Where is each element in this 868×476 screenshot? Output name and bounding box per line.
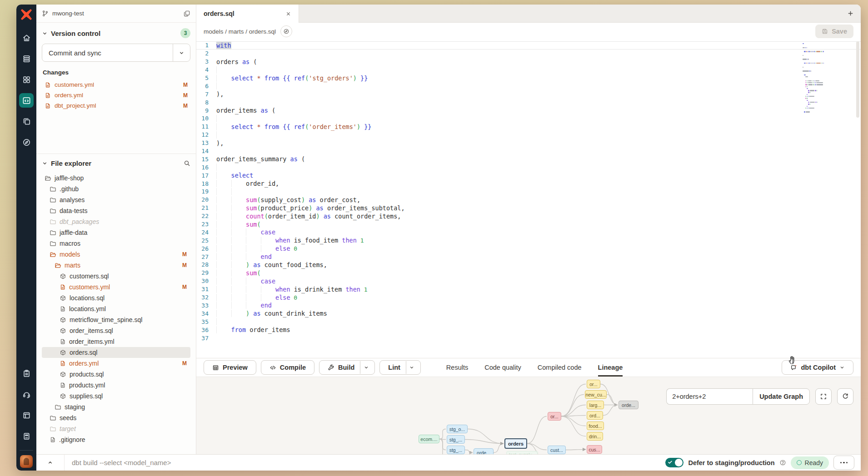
help-icon[interactable]	[779, 459, 786, 466]
code-line-23[interactable]: 23 sum(	[196, 220, 861, 228]
lineage-node-cust[interactable]: cust...	[548, 446, 566, 454]
code-editor[interactable]: 1with23orders as (4 5 select * from {{ r…	[196, 40, 861, 358]
code-line-31[interactable]: 31 when is_drink_item then 1	[196, 285, 861, 293]
tasks-clipboard-icon[interactable]	[19, 366, 34, 381]
code-line-19[interactable]: 19	[196, 188, 861, 196]
file-tree-item-orders-yml[interactable]: orders.ymlM	[42, 358, 190, 369]
file-tree-item-models[interactable]: modelsM	[42, 249, 190, 260]
file-tree-item-orders-sql[interactable]: orders.sql	[42, 347, 190, 358]
support-headset-icon[interactable]	[19, 387, 34, 402]
file-tree-item-jaffle-shop[interactable]: jaffle-shop	[42, 173, 190, 183]
code-line-17[interactable]: 17 select	[196, 171, 861, 179]
file-tree-item-order-items-yml[interactable]: order_items.yml	[42, 336, 190, 347]
code-line-32[interactable]: 32 else 0	[196, 293, 861, 302]
code-line-36[interactable]: 36 from order_items	[196, 326, 861, 334]
code-line-20[interactable]: 20 sum(supply_cost) as order_cost,	[196, 196, 861, 204]
code-line-2[interactable]: 2	[196, 50, 861, 58]
file-tree-item-staging[interactable]: staging	[42, 402, 190, 412]
lineage-node-gray[interactable]: orde...	[619, 401, 639, 409]
ide-panel-icon[interactable]	[19, 429, 34, 443]
code-line-10[interactable]: 10	[196, 114, 861, 123]
code-line-1[interactable]: 1with	[196, 41, 861, 50]
changed-file-row[interactable]: dbt_project.ymlM	[42, 100, 190, 111]
lineage-node-orders[interactable]: orders	[504, 438, 527, 449]
lineage-node-orpink[interactable]: or...	[548, 412, 561, 421]
file-tree-item-customers-yml[interactable]: customers.ymlM	[42, 282, 190, 293]
code-line-24[interactable]: 24 case	[196, 228, 861, 236]
lineage-node-stg2[interactable]: stg_...	[447, 435, 465, 444]
docs-browser-icon[interactable]	[19, 408, 34, 422]
code-line-25[interactable]: 25 when is_food_item then 1	[196, 236, 861, 244]
code-line-9[interactable]: 9order_items as (	[196, 106, 861, 114]
commit-options-chevron[interactable]	[173, 44, 190, 61]
code-line-11[interactable]: 11 select * from {{ ref('order_items') }…	[196, 123, 861, 131]
lineage-node-ecom[interactable]: ecom....	[419, 435, 439, 443]
code-line-35[interactable]: 35	[196, 317, 861, 326]
lineage-node-stg1[interactable]: stg_o...	[447, 425, 468, 433]
lineage-node-y5[interactable]: food...	[587, 421, 604, 430]
file-tree-item-jaffle-data[interactable]: jaffle-data	[42, 227, 190, 238]
fullscreen-icon[interactable]	[815, 388, 832, 405]
code-line-14[interactable]: 14	[196, 147, 861, 155]
lint-button[interactable]: Lint	[379, 360, 421, 375]
dbt-logo-icon[interactable]	[20, 8, 33, 21]
lineage-node-stg3[interactable]: stg_...	[447, 446, 465, 454]
code-line-28[interactable]: 28 ) as count_food_items,	[196, 261, 861, 269]
code-line-37[interactable]: 37	[196, 334, 861, 342]
code-line-33[interactable]: 33 end	[196, 302, 861, 310]
code-line-18[interactable]: 18 order_id,	[196, 179, 861, 188]
file-tree-item--github[interactable]: .github	[42, 183, 190, 194]
code-line-3[interactable]: 3orders as (	[196, 58, 861, 66]
expand-command-bar-chevron[interactable]	[36, 455, 65, 471]
file-tree-item-data-tests[interactable]: data-tests	[42, 205, 190, 216]
code-line-30[interactable]: 30 case	[196, 277, 861, 285]
code-line-27[interactable]: 27 end	[196, 253, 861, 261]
orchestration-windows-icon[interactable]	[19, 114, 34, 129]
tab-results[interactable]: Results	[446, 358, 468, 377]
file-tree-item-products-sql[interactable]: products.sql	[42, 369, 190, 380]
tab-code-quality[interactable]: Code quality	[484, 358, 521, 377]
code-line-8[interactable]: 8	[196, 98, 861, 106]
build-dropdown-chevron[interactable]	[360, 361, 372, 374]
file-tree-item-macros[interactable]: macros	[42, 238, 190, 249]
grid-apps-icon[interactable]	[19, 72, 34, 87]
status-badge[interactable]: Ready	[791, 456, 829, 469]
build-button[interactable]: Build	[319, 360, 375, 375]
dbt-copilot-button[interactable]: dbt Copilot	[782, 360, 853, 375]
lineage-node-y3[interactable]: larg...	[587, 401, 604, 409]
save-button[interactable]: Save	[815, 25, 853, 38]
code-line-15[interactable]: 15order_items_summary as (	[196, 155, 861, 163]
changed-file-row[interactable]: orders.ymlM	[42, 90, 190, 100]
file-tree-item-supplies-sql[interactable]: supplies.sql	[42, 391, 190, 402]
file-tree-item-marts[interactable]: martsM	[42, 260, 190, 271]
file-tree-item-locations-yml[interactable]: locations.yml	[42, 303, 190, 314]
code-line-16[interactable]: 16	[196, 163, 861, 171]
user-avatar[interactable]	[20, 455, 33, 468]
more-options-button[interactable]	[833, 456, 854, 470]
home-icon[interactable]	[19, 30, 34, 45]
view-lineage-compass-icon[interactable]	[280, 25, 292, 37]
preview-button[interactable]: Preview	[204, 360, 256, 375]
close-tab-icon[interactable]	[285, 11, 291, 17]
code-line-22[interactable]: 22 count(order_item_id) as count_order_i…	[196, 212, 861, 220]
editor-minimap[interactable]	[803, 43, 832, 115]
file-tree-item-metricflow-time-spine-sql[interactable]: metricflow_time_spine.sql	[42, 314, 190, 325]
code-line-7[interactable]: 7),	[196, 90, 861, 98]
file-tree-item-seeds[interactable]: seeds	[42, 412, 190, 423]
lineage-node-y6[interactable]: drin...	[587, 432, 603, 441]
compile-button[interactable]: Compile	[261, 360, 314, 375]
copy-branch-icon[interactable]	[183, 10, 190, 17]
tab-compiled-code[interactable]: Compiled code	[538, 358, 582, 377]
lineage-node-cusp[interactable]: cus...	[587, 445, 602, 454]
code-line-29[interactable]: 29 sum(	[196, 269, 861, 277]
code-line-21[interactable]: 21 sum(product_price) as order_items_sub…	[196, 204, 861, 212]
lineage-node-y4[interactable]: ord...	[587, 411, 603, 420]
tab-lineage[interactable]: Lineage	[598, 358, 623, 377]
changed-file-row[interactable]: customers.ymlM	[42, 79, 190, 90]
code-line-5[interactable]: 5 select * from {{ ref('stg_orders') }}	[196, 74, 861, 82]
update-graph-button[interactable]: Update Graph	[753, 388, 810, 405]
version-control-header[interactable]: Version control 3	[42, 28, 190, 38]
develop-editor-icon[interactable]	[19, 93, 34, 108]
explore-compass-icon[interactable]	[19, 135, 34, 149]
new-tab-plus-icon[interactable]	[840, 5, 861, 22]
